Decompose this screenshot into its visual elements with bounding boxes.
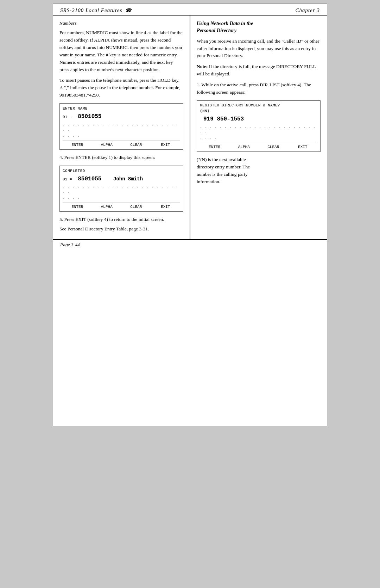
left-para2: To insert pauses in the telephone number… <box>59 77 183 99</box>
right-column: Using Network Data in the Personal Direc… <box>190 16 327 239</box>
header-left-text: SRS-2100 Local Features <box>60 7 122 13</box>
screen2-number: 01 = 8501055 John Smith <box>63 175 180 184</box>
para2-l2: directory entry number. The <box>197 164 250 169</box>
step4-text: 4. Press ENTER (softkey 1) to display th… <box>59 154 183 161</box>
step1-text: 1. While on the active call, press DIR-L… <box>197 81 321 96</box>
screen3-softkey-alpha[interactable]: ALPHA <box>229 144 259 150</box>
right-para1: When you receive an incoming call, and t… <box>197 38 321 60</box>
left-column: Numbers For numbers, NUMERIC must show i… <box>53 16 190 239</box>
left-para1: For numbers, NUMERIC must show in line 4… <box>59 29 183 74</box>
screen1-softkeys: ENTER ALPHA CLEAR EXIT <box>63 141 180 148</box>
page-number: Page 3-44 <box>60 242 80 247</box>
screen3-dots-long: . . . . . . . . . . . . . . . . . . . . … <box>200 124 317 135</box>
screen3-softkey-clear[interactable]: CLEAR <box>259 144 288 150</box>
section-heading: Using Network Data in the Personal Direc… <box>197 20 321 34</box>
screen1-number: 01 = 8501055 <box>63 112 180 121</box>
screen1-softkey-exit[interactable]: EXIT <box>151 142 180 148</box>
screen1-softkey-enter[interactable]: ENTER <box>63 142 92 148</box>
screen2-name: John Smith <box>113 176 143 182</box>
para2-l1: (NN) is the next available <box>197 157 246 162</box>
para2-l4: information. <box>197 179 220 184</box>
content-area: Numbers For numbers, NUMERIC must show i… <box>53 16 327 240</box>
enter-name-screen: ENTER NAME 01 = 8501055 . . . . . . . . … <box>59 103 183 149</box>
page-header: SRS-2100 Local Features ☎ Chapter 3 <box>53 4 327 16</box>
header-title-left: SRS-2100 Local Features ☎ <box>60 7 132 13</box>
screen3-dots-short: . . . . <box>200 136 317 141</box>
header-title-right: Chapter 3 <box>296 7 320 13</box>
screen2-value: 8501055 <box>78 176 101 182</box>
screen1-softkey-alpha[interactable]: ALPHA <box>92 142 122 148</box>
screen1-dots-long: . . . . . . . . . . . . . . . . . . . . … <box>63 122 180 133</box>
note-bold: Note: <box>197 64 208 69</box>
right-note: Note: If the directory is full, the mess… <box>197 63 321 78</box>
screen3-softkeys: ENTER ALPHA CLEAR EXIT <box>200 143 317 150</box>
screen2-softkey-clear[interactable]: CLEAR <box>121 204 151 210</box>
screen1-dots-short: . . . . <box>63 134 180 139</box>
para2-l3: number is the calling party <box>197 172 248 177</box>
screen2-dots-long: . . . . . . . . . . . . . . . . . . . . … <box>63 184 180 195</box>
see-text: See Personal Directory Entry Table, page… <box>59 225 183 233</box>
page: SRS-2100 Local Features ☎ Chapter 3 Numb… <box>53 4 327 426</box>
right-para2: (NN) is the next available directory ent… <box>197 156 321 186</box>
screen3-register-nn: (NN) <box>200 109 317 113</box>
screen3-phone-number: 919 850-1553 <box>203 115 317 124</box>
screen1-value: 8501055 <box>78 113 101 120</box>
page-footer: Page 3-44 <box>53 240 327 250</box>
note-text: If the directory is full, the message DI… <box>197 64 316 76</box>
screen3-softkey-exit[interactable]: EXIT <box>288 144 318 150</box>
screen2-prefix: 01 = <box>63 177 72 181</box>
section-heading-line2: Personal Directory <box>197 27 236 33</box>
screen1-prefix: 01 = <box>63 115 72 119</box>
screen2-softkeys: ENTER ALPHA CLEAR EXIT <box>63 203 180 210</box>
screen2-dots-short: . . . . <box>63 196 180 201</box>
screen2-softkey-alpha[interactable]: ALPHA <box>92 204 122 210</box>
screen1-softkey-clear[interactable]: CLEAR <box>121 142 151 148</box>
screen3-register-label: REGISTER DIRECTORY NUMBER & NAME? <box>200 103 317 108</box>
screen2-softkey-exit[interactable]: EXIT <box>151 204 180 210</box>
screen1-label: ENTER NAME <box>63 106 180 112</box>
section-heading-line1: Using Network Data in the <box>197 20 253 26</box>
register-directory-screen: REGISTER DIRECTORY NUMBER & NAME? (NN) 9… <box>197 100 321 152</box>
screen3-softkey-enter[interactable]: ENTER <box>200 144 229 150</box>
screen2-softkey-enter[interactable]: ENTER <box>63 204 92 210</box>
step5-text: 5. Press EXIT (softkey 4) to return to t… <box>59 216 183 223</box>
section-label: Numbers <box>59 20 183 27</box>
screen2-label: COMPLETED <box>63 168 180 174</box>
phone-icon: ☎ <box>125 8 132 13</box>
completed-screen: COMPLETED 01 = 8501055 John Smith . . . … <box>59 166 183 212</box>
